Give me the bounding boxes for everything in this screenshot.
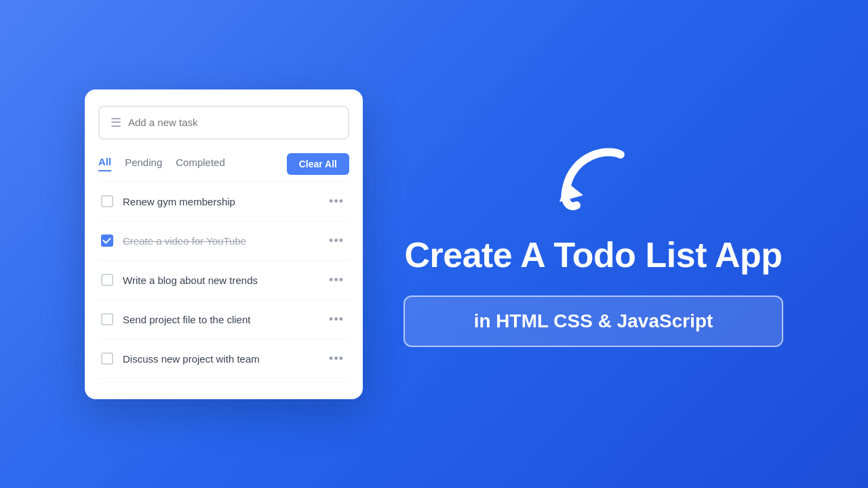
list-item: Create a video for YouTube ••• (98, 222, 349, 261)
task-dots-1[interactable]: ••• (326, 195, 347, 209)
right-content: Create A Todo List App in HTML CSS & Jav… (403, 141, 783, 346)
task-input[interactable] (128, 117, 337, 128)
todo-card: ☰ All Pending Completed Clear All Renew … (85, 89, 363, 399)
task-dots-3[interactable]: ••• (326, 273, 347, 287)
task-checkbox-1[interactable] (101, 195, 113, 207)
task-checkbox-2[interactable] (101, 235, 113, 247)
task-icon: ☰ (111, 115, 121, 130)
task-text-5: Discuss new project with team (123, 353, 317, 365)
filter-bar: All Pending Completed Clear All (98, 153, 349, 175)
arrow-container (553, 141, 634, 216)
task-checkbox-3[interactable] (101, 274, 113, 286)
task-input-wrapper: ☰ (98, 106, 349, 140)
filter-tab-all[interactable]: All (98, 156, 111, 171)
task-text-2: Create a video for YouTube (123, 235, 317, 247)
task-dots-5[interactable]: ••• (326, 352, 347, 366)
list-item: Write a blog about new trends ••• (98, 261, 349, 300)
main-container: ☰ All Pending Completed Clear All Renew … (0, 0, 868, 488)
app-title: Create A Todo List App (404, 236, 782, 274)
filter-tab-pending[interactable]: Pending (125, 156, 162, 171)
filter-tab-completed[interactable]: Completed (176, 156, 225, 171)
task-text-1: Renew gym membership (123, 196, 317, 207)
task-text-3: Write a blog about new trends (123, 274, 317, 286)
list-item: Discuss new project with team ••• (98, 340, 349, 379)
task-checkbox-4[interactable] (101, 313, 113, 325)
task-text-4: Send project file to the client (123, 314, 317, 325)
task-checkbox-5[interactable] (101, 352, 113, 365)
task-dots-2[interactable]: ••• (326, 234, 347, 248)
clear-all-button[interactable]: Clear All (287, 153, 349, 175)
task-dots-4[interactable]: ••• (326, 312, 347, 327)
task-list: Renew gym membership ••• Create a video … (98, 182, 349, 379)
filter-tabs: All Pending Completed (98, 156, 287, 171)
subtitle-badge: in HTML CSS & JavaScript (403, 296, 783, 347)
list-item: Send project file to the client ••• (98, 300, 349, 340)
list-item: Renew gym membership ••• (98, 182, 349, 222)
arrow-icon (553, 141, 634, 216)
